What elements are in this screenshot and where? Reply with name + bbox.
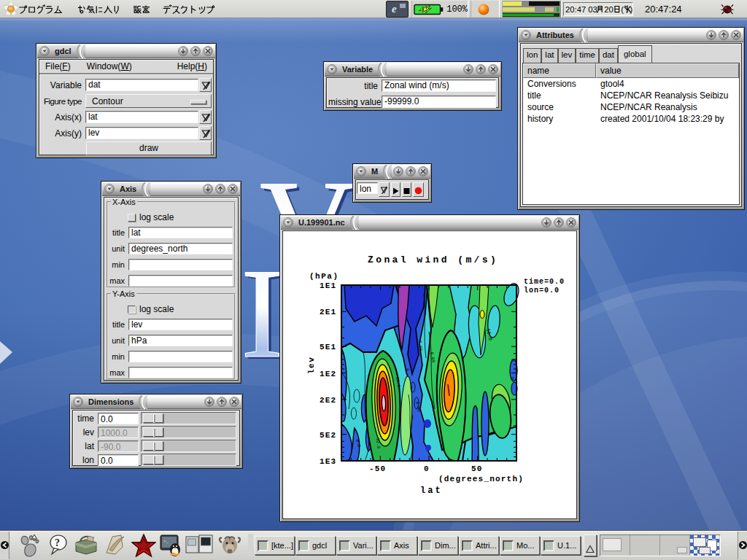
- svg-text:1E2: 1E2: [320, 370, 336, 378]
- svg-text:0: 0: [424, 464, 430, 473]
- svg-text:2E1: 2E1: [320, 308, 336, 316]
- svg-text:50: 50: [471, 464, 483, 473]
- svg-text:(degrees_north): (degrees_north): [438, 475, 524, 483]
- svg-text:5E2: 5E2: [320, 431, 336, 440]
- svg-text:1E3: 1E3: [320, 457, 336, 466]
- svg-text:>_: >_: [163, 539, 169, 544]
- svg-text:lat: lat: [420, 486, 443, 496]
- svg-text:32.0: 32.0: [375, 438, 381, 449]
- svg-text:lev: lev: [307, 357, 316, 374]
- svg-text:(hPa): (hPa): [309, 272, 339, 281]
- svg-text:Zonal wind (m/s): Zonal wind (m/s): [368, 254, 498, 265]
- svg-text:I: I: [241, 242, 284, 384]
- svg-text:time=0.0: time=0.0: [524, 278, 565, 286]
- svg-text:0: 0: [511, 358, 514, 363]
- svg-text:0: 0: [511, 376, 514, 381]
- svg-text:5E1: 5E1: [320, 343, 336, 351]
- svg-text:2E2: 2E2: [320, 396, 336, 405]
- svg-text:20: 20: [604, 4, 614, 13]
- svg-text:1E1: 1E1: [320, 281, 336, 290]
- svg-text:-50: -50: [369, 464, 386, 473]
- svg-text:20:47 03: 20:47 03: [565, 4, 597, 13]
- svg-text:?: ?: [55, 537, 60, 548]
- svg-text:0.00: 0.00: [417, 341, 423, 351]
- svg-text:(: (: [621, 4, 624, 13]
- svg-text:): ): [630, 4, 632, 13]
- svg-text:lon=0.0: lon=0.0: [524, 287, 560, 295]
